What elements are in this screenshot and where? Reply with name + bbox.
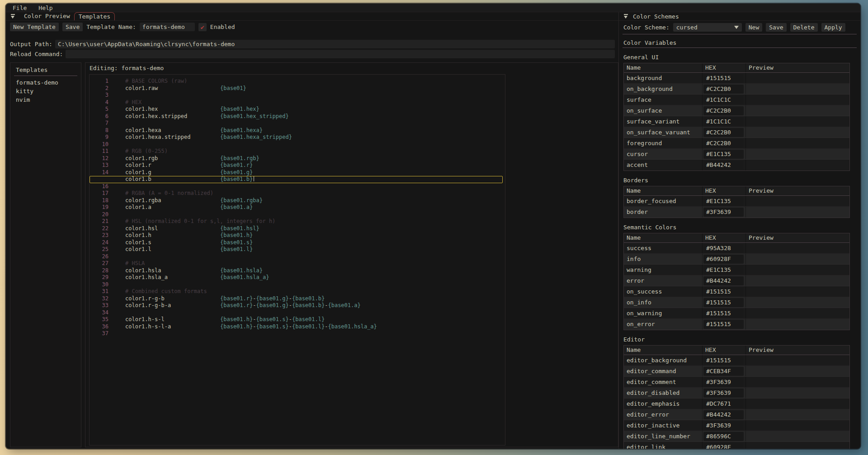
line-number: 21 — [90, 218, 108, 225]
color-variable-hex-input[interactable]: #151515 — [703, 298, 744, 307]
tab-color-preview[interactable]: Color Preview — [20, 12, 74, 20]
scheme-delete-button[interactable]: Delete — [790, 23, 818, 32]
template-name-input[interactable]: formats-demo — [140, 23, 195, 31]
code-placeholder: {base01.a} — [220, 204, 253, 210]
separator — [623, 47, 857, 48]
color-variable-hex-input[interactable]: #151515 — [703, 320, 744, 329]
color-variable-hex-input[interactable]: #1C1C1C — [703, 95, 744, 104]
color-variable-hex-input[interactable]: #3F3639 — [703, 389, 744, 398]
color-variable-hex-input[interactable]: #60928F — [703, 255, 744, 264]
color-variable-hex-input[interactable]: #151515 — [703, 287, 744, 296]
color-variable-hex-input[interactable]: #DC7671 — [703, 399, 744, 408]
editor-code-line: 19color1.a{base01.a} — [90, 204, 505, 211]
color-variable-hex-input[interactable]: #3F3639 — [703, 208, 744, 217]
color-variable-hex-input[interactable]: #E1C135 — [703, 197, 744, 206]
editor-code-line: 22color1.hsl{base01.hsl} — [90, 225, 505, 232]
new-template-button[interactable]: New Template — [10, 23, 59, 31]
color-variable-name: on_info — [624, 297, 703, 308]
editor-code-line: 26 — [90, 253, 505, 261]
color-variable-hex-input[interactable]: #C2C2B0 — [703, 128, 744, 137]
code-placeholder: {base01.r} — [220, 295, 253, 302]
color-variable-name: foreground — [624, 138, 703, 148]
editor-code-line: 9color1.hexa.stripped{base01.hexa_stripp… — [90, 134, 505, 141]
code-comment: # Combined custom formats — [125, 288, 207, 294]
editor-code-line: 21# HSL (normalized 0-1 for s,l, integer… — [90, 218, 505, 225]
code-placeholder: {base01.l} — [292, 316, 325, 322]
code-placeholder: {base01.hex_stripped} — [220, 113, 289, 119]
color-variable-hex-cell: #3F3639 — [703, 388, 746, 398]
color-variable-name: error — [624, 275, 703, 286]
enabled-checkbox[interactable]: ✔ — [198, 23, 207, 31]
scheme-new-button[interactable]: New — [745, 23, 762, 32]
editor-code-line: 20 — [90, 211, 505, 218]
color-variable-hex-input[interactable]: #B44242 — [703, 161, 744, 170]
save-template-button[interactable]: Save — [62, 23, 83, 31]
color-variable-hex-input[interactable]: #151515 — [703, 74, 744, 83]
template-list-item-nvim[interactable]: nvim — [10, 95, 81, 104]
color-table: NameHEXPreviewborder_focused#E1C135borde… — [623, 186, 850, 218]
tab-templates[interactable]: Templates — [74, 12, 115, 20]
line-number: 27 — [90, 260, 108, 267]
color-variable-row: surface#1C1C1C — [624, 95, 849, 105]
column-header-name: Name — [624, 346, 703, 355]
color-variable-hex-input[interactable]: #C2C2B0 — [703, 139, 744, 148]
color-variable-hex-input[interactable]: #3F3639 — [703, 378, 744, 387]
color-variable-hex-input[interactable]: #151515 — [703, 309, 744, 318]
line-number: 30 — [90, 281, 108, 289]
reload-command-input[interactable] — [66, 50, 615, 58]
color-variable-hex-input[interactable]: #CEB34F — [703, 367, 744, 376]
code-placeholder: {base01.hex} — [220, 106, 259, 112]
color-schemes-panel: Color Schemes Color Scheme: cursed NewSa… — [618, 12, 860, 449]
color-variable-hex-cell: #60928F — [703, 254, 746, 264]
panel-collapse-icon[interactable] — [623, 14, 629, 19]
color-variable-hex-input[interactable]: #3F3639 — [703, 421, 744, 430]
color-variable-row: on_error#151515 — [624, 319, 849, 330]
line-number: 12 — [90, 155, 108, 162]
editor-code-line: 1# BASE COLORS (raw) — [90, 78, 505, 85]
color-variable-hex-input[interactable]: #E1C135 — [703, 265, 744, 275]
color-variable-hex-input[interactable]: #B44242 — [703, 410, 744, 419]
template-code-editor[interactable]: 1# BASE COLORS (raw)2color1.raw{base01}3… — [89, 74, 505, 446]
color-variable-hex-input[interactable]: #C2C2B0 — [703, 85, 744, 94]
color-scheme-select[interactable]: cursed — [673, 23, 742, 32]
color-variable-hex-cell: #3F3639 — [703, 207, 746, 218]
editor-code-line: 24color1.s{base01.s} — [90, 239, 505, 246]
menu-item-help[interactable]: Help — [38, 5, 52, 11]
color-variable-hex-input[interactable]: #95A328 — [703, 244, 744, 253]
output-path-input[interactable]: C:\Users\user\AppData\Roaming\clrsync\fo… — [55, 40, 615, 48]
color-variable-hex-input[interactable]: #B44242 — [703, 276, 744, 285]
color-variable-hex-cell: #151515 — [703, 308, 746, 318]
scheme-apply-button[interactable]: Apply — [821, 23, 845, 32]
window-collapse-icon[interactable] — [10, 14, 16, 19]
color-variable-row: info#60928F — [624, 254, 849, 265]
color-table-header: NameHEXPreview — [624, 63, 849, 73]
editor-code-line: 16 — [90, 183, 505, 190]
code-placeholder: {base01.b} — [292, 295, 325, 302]
color-variable-row: on_surface#C2C2B0 — [624, 105, 849, 116]
color-variable-name: editor_link — [624, 442, 703, 449]
color-variable-hex-input[interactable]: #E1C135 — [703, 150, 744, 159]
scheme-save-button[interactable]: Save — [766, 23, 786, 32]
color-variable-preview-cell — [746, 288, 849, 295]
template-list-item-formats-demo[interactable]: formats-demo — [10, 78, 81, 87]
color-variable-row: warning#E1C135 — [624, 265, 849, 275]
color-variable-hex-input[interactable]: #86596C — [703, 432, 744, 441]
line-number: 22 — [90, 225, 108, 232]
section-title-editor: Editor — [623, 336, 850, 343]
color-variable-name: editor_disabled — [624, 388, 703, 398]
color-variable-hex-input[interactable]: #151515 — [703, 356, 744, 365]
color-variable-hex-input[interactable]: #1C1C1C — [703, 117, 744, 126]
template-list-item-kitty[interactable]: kitty — [10, 87, 81, 95]
color-schemes-title: Color Schemes — [633, 13, 679, 20]
line-number: 31 — [90, 288, 108, 295]
color-variable-hex-input[interactable]: #60928F — [703, 443, 744, 449]
code-placeholder: {base01.s} — [256, 316, 288, 322]
menu-item-file[interactable]: File — [13, 5, 27, 11]
editor-code-line: 2color1.raw{base01} — [90, 85, 505, 92]
color-variable-hex-input[interactable]: #C2C2B0 — [703, 106, 744, 115]
code-text: - — [289, 302, 292, 308]
editor-focused-line-input[interactable]: color1.b{base01.b} — [90, 176, 503, 183]
column-header-name: Name — [624, 186, 703, 195]
code-placeholder: {base01.rgba} — [220, 197, 263, 204]
line-number: 37 — [90, 330, 108, 337]
